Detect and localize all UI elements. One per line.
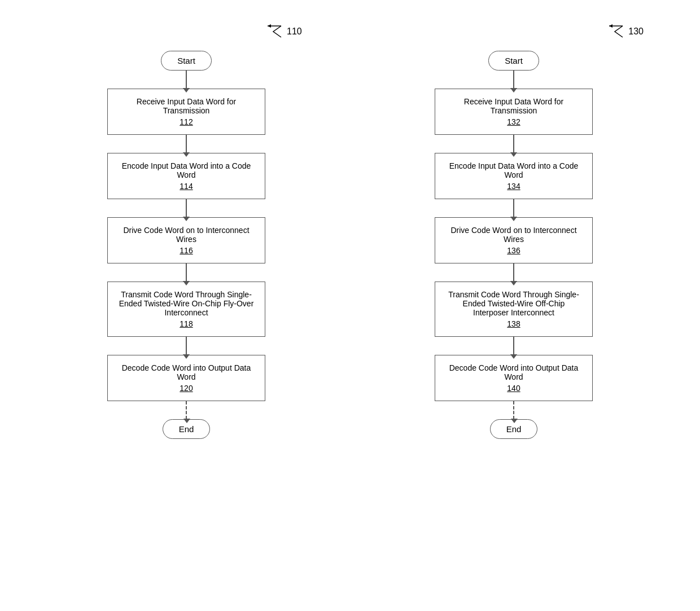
arrow-3-right [513, 199, 514, 217]
start-node-left: Start [161, 51, 212, 71]
process-node-114: Encode Input Data Word into a Code Word … [107, 153, 265, 199]
diagram-ref-130: 130 [607, 24, 644, 39]
flowchart-130: Start Receive Input Data Word for Transm… [423, 51, 604, 439]
svg-marker-1 [268, 24, 271, 28]
arrow-4-right [513, 263, 514, 282]
diagram-ref-110: 110 [265, 24, 302, 39]
arrow-4-left [186, 263, 187, 282]
arrow-dashed-left [186, 401, 187, 419]
svg-marker-3 [609, 24, 613, 28]
process-node-118: Transmit Code Word Through Single-Ended … [107, 282, 265, 337]
process-node-134: Encode Input Data Word into a Code Word … [435, 153, 593, 199]
ref-number-130: 130 [628, 27, 644, 37]
process-node-136: Drive Code Word on to Interconnect Wires… [435, 217, 593, 263]
arrow-5-right [513, 337, 514, 355]
arrow-2-right [513, 135, 514, 153]
process-node-120: Decode Code Word into Output Data Word 1… [107, 355, 265, 401]
process-node-112: Receive Input Data Word for Transmission… [107, 89, 265, 135]
arrow-dashed-right [513, 401, 514, 419]
ref-number-110: 110 [287, 27, 302, 37]
start-node-right: Start [488, 51, 539, 71]
arrow-1-left [186, 71, 187, 89]
process-node-132: Receive Input Data Word for Transmission… [435, 89, 593, 135]
arrow-1-right [513, 71, 514, 89]
process-node-138: Transmit Code Word Through Single-Ended … [435, 282, 593, 337]
flowchart-110: Start Receive Input Data Word for Transm… [96, 51, 277, 439]
zigzag-arrow-130 [607, 24, 626, 39]
arrow-5-left [186, 337, 187, 355]
process-node-140: Decode Code Word into Output Data Word 1… [435, 355, 593, 401]
arrow-3-left [186, 199, 187, 217]
arrow-2-left [186, 135, 187, 153]
zigzag-arrow-110 [265, 24, 285, 39]
process-node-116: Drive Code Word on to Interconnect Wires… [107, 217, 265, 263]
